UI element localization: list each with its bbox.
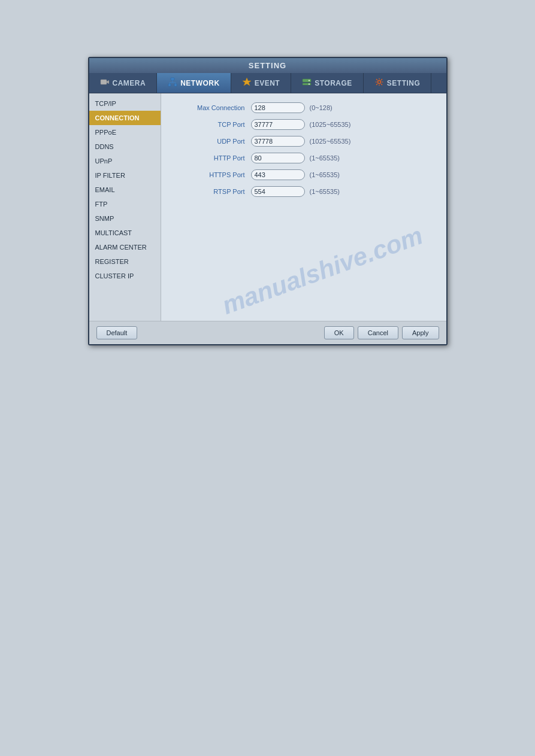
svg-point-14 [377,81,380,84]
svg-point-13 [309,84,310,85]
sidebar-item-pppoe[interactable]: PPPoE [89,125,161,139]
httpport-hint: (1~65535) [310,154,340,162]
udpport-label: UDP Port [173,138,251,145]
sidebar-item-tcpip[interactable]: TCP/IP [89,96,161,111]
maxconn-input[interactable] [251,102,305,113]
httpport-row: HTTP Port (1~65535) [173,153,434,163]
sidebar-item-connection[interactable]: CONNECTION [89,111,161,125]
camera-icon [100,77,110,89]
tcpport-label: TCP Port [173,121,251,128]
sidebar-item-multicast[interactable]: MULTICAST [89,226,161,240]
main-dialog: SETTING CAMERA [88,57,448,345]
tcpport-hint: (1025~65535) [310,121,351,128]
svg-rect-2 [171,78,174,80]
tab-setting[interactable]: SETTING [364,73,432,93]
footer: Default OK Cancel Apply [89,321,446,344]
svg-marker-1 [107,80,109,84]
sidebar-item-alarmcenter[interactable]: ALARM CENTER [89,240,161,254]
sidebar-item-email[interactable]: EMAIL [89,183,161,197]
svg-rect-0 [101,80,107,84]
httpsport-hint: (1~65535) [310,171,340,178]
udpport-hint: (1025~65535) [310,138,351,145]
rtspport-hint: (1~65535) [310,188,340,195]
default-button[interactable]: Default [96,326,138,339]
setting-icon [374,77,384,89]
httpsport-input[interactable] [251,169,305,180]
main-content: Max Connection (0~128) TCP Port (1025~65… [161,93,446,321]
rtspport-label: RTSP Port [173,188,251,195]
tab-storage-label: STORAGE [315,79,352,87]
maxconn-hint: (0~128) [310,104,333,111]
sidebar-item-ftp[interactable]: FTP [89,197,161,211]
cancel-button[interactable]: Cancel [358,326,398,339]
sidebar-item-snmp[interactable]: SNMP [89,211,161,226]
sidebar-item-register[interactable]: REGISTER [89,254,161,269]
content-area: TCP/IP CONNECTION PPPoE DDNS UPnP IP FIL… [89,93,446,321]
udpport-row: UDP Port (1025~65535) [173,136,434,147]
httpport-input[interactable] [251,153,305,163]
svg-rect-4 [174,84,177,86]
tab-setting-label: SETTING [387,79,421,87]
httpsport-row: HTTPS Port (1~65535) [173,169,434,180]
storage-icon [302,77,312,89]
tab-event[interactable]: EVENT [231,73,292,93]
svg-point-12 [309,80,310,81]
tcpport-input[interactable] [251,119,305,130]
tab-network[interactable]: NETWORK [157,73,231,93]
svg-rect-3 [168,84,171,86]
udpport-input[interactable] [251,136,305,147]
sidebar-item-upnp[interactable]: UPnP [89,154,161,168]
tcpport-row: TCP Port (1025~65535) [173,119,434,130]
sidebar-item-clusterip[interactable]: CLUSTER IP [89,269,161,283]
event-icon [242,77,252,89]
maxconn-row: Max Connection (0~128) [173,102,434,113]
httpport-label: HTTP Port [173,154,251,162]
maxconn-label: Max Connection [173,104,251,111]
tab-network-label: NETWORK [180,79,220,87]
svg-marker-9 [243,78,251,86]
tab-event-label: EVENT [255,79,280,87]
tab-camera[interactable]: CAMERA [89,73,158,93]
network-icon [168,77,177,89]
sidebar-item-ipfilter[interactable]: IP FILTER [89,168,161,183]
apply-button[interactable]: Apply [402,326,439,339]
httpsport-label: HTTPS Port [173,171,251,178]
dialog-title: SETTING [89,58,446,73]
ok-button[interactable]: OK [324,326,354,339]
footer-right: OK Cancel Apply [324,326,439,339]
rtspport-row: RTSP Port (1~65535) [173,186,434,197]
sidebar-item-ddns[interactable]: DDNS [89,139,161,154]
watermark: manualshive.com [218,221,427,320]
tab-camera-label: CAMERA [113,79,146,87]
tab-storage[interactable]: STORAGE [291,73,364,93]
rtspport-input[interactable] [251,186,305,197]
tab-bar: CAMERA NETWORK [89,73,446,93]
sidebar: TCP/IP CONNECTION PPPoE DDNS UPnP IP FIL… [89,93,161,321]
